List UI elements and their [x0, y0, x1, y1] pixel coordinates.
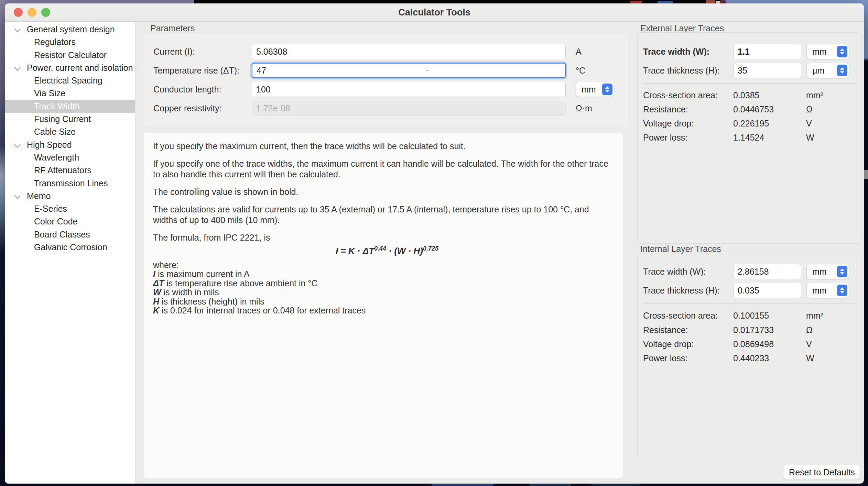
help-paragraph: If you specify one of the trace widths, …: [153, 158, 614, 180]
int-voltage-drop-label: Voltage drop:: [643, 339, 694, 349]
parameters-section-title: Parameters: [150, 23, 195, 33]
int-trace-width-input[interactable]: [733, 264, 801, 279]
int-cross-section-unit: mm²: [806, 310, 823, 321]
ext-voltage-drop-unit: V: [806, 118, 812, 129]
sidebar-item-cable-size[interactable]: Cable Size: [5, 125, 135, 138]
external-traces-title: External Layer Traces: [640, 23, 724, 33]
sidebar-item-regulators[interactable]: Regulators: [5, 36, 135, 48]
int-resistance-unit: Ω: [806, 325, 813, 335]
sidebar-item-track-width[interactable]: Track Width: [5, 100, 135, 113]
close-button[interactable]: [14, 8, 23, 17]
sidebar-item-general-system-design[interactable]: General system design: [5, 23, 135, 36]
int-trace-width-unit-select[interactable]: mm: [806, 264, 849, 279]
help-paragraph: The formula, from IPC 2221, is: [153, 232, 614, 243]
stepper-icon[interactable]: [837, 285, 847, 296]
conductor-length-input[interactable]: [252, 82, 566, 97]
ext-resistance-unit: Ω: [806, 104, 813, 114]
legend-line: H is thickness (height) in mils: [153, 297, 614, 306]
sidebar-item-memo[interactable]: Memo: [5, 190, 135, 202]
minimize-button[interactable]: [28, 8, 36, 17]
ext-cross-section-unit: mm²: [806, 90, 823, 100]
temperature-rise-input[interactable]: [252, 63, 566, 78]
stepper-icon[interactable]: [837, 65, 847, 76]
ext-cross-section-label: Cross-section area:: [643, 90, 718, 100]
sidebar-item-fusing-current[interactable]: Fusing Current: [5, 113, 135, 125]
calculator-tree-sidebar: General system design Regulators Resisto…: [5, 22, 135, 484]
ext-power-loss-label: Power loss:: [643, 132, 687, 143]
sidebar-item-electrical-spacing[interactable]: Electrical Spacing: [5, 74, 135, 87]
int-cross-section-label: Cross-section area:: [643, 310, 718, 321]
divider: [643, 83, 856, 84]
chevron-down-icon[interactable]: [14, 64, 20, 70]
ext-power-loss-value: 1.14524: [733, 132, 764, 143]
chevron-down-icon[interactable]: [14, 26, 20, 32]
desktop-right-notch: [863, 170, 868, 179]
formula-legend: where: I is maximum current in A ΔT is t…: [153, 261, 614, 315]
int-power-loss-value: 0.440233: [733, 353, 769, 363]
ext-resistance-label: Resistance:: [643, 104, 688, 114]
sidebar-item-via-size[interactable]: Via Size: [5, 87, 135, 100]
ext-trace-thickness-unit-select[interactable]: μm: [806, 63, 849, 78]
title-bar[interactable]: Calculator Tools: [5, 3, 864, 22]
window-title: Calculator Tools: [5, 3, 864, 21]
chevron-down-icon[interactable]: [14, 141, 20, 147]
sidebar-item-galvanic-corrosion[interactable]: Galvanic Corrosion: [5, 241, 135, 254]
sidebar-item-high-speed[interactable]: High Speed: [5, 139, 135, 151]
int-trace-thickness-label: Trace thickness (H):: [643, 283, 720, 298]
int-power-loss-label: Power loss:: [643, 353, 687, 363]
ext-trace-width-label: Trace width (W):: [643, 44, 709, 59]
zoom-button[interactable]: [41, 8, 50, 17]
sidebar-item-wavelength[interactable]: Wavelength: [5, 151, 135, 164]
mouse-cursor-dot: [426, 70, 428, 71]
ext-voltage-drop-value: 0.226195: [733, 118, 769, 129]
help-text-panel: If you specify the maximum current, then…: [144, 133, 623, 478]
int-cross-section-value: 0.100155: [733, 310, 769, 321]
copper-resistivity-input: [252, 101, 566, 116]
legend-line: I is maximum current in A: [153, 269, 614, 279]
divider: [643, 303, 856, 303]
desktop-blob: [432, 484, 493, 486]
temperature-rise-label: Temperature rise (ΔT):: [153, 63, 239, 78]
conductor-length-unit-select[interactable]: mm: [576, 82, 614, 97]
stepper-icon[interactable]: [602, 84, 612, 95]
sidebar-item-resistor-calculator[interactable]: Resistor Calculator: [5, 49, 135, 62]
int-voltage-drop-value: 0.0869498: [733, 339, 774, 349]
sidebar-item-e-series[interactable]: E-Series: [5, 202, 135, 215]
help-paragraph: If you specify the maximum current, then…: [153, 141, 614, 152]
legend-line: K is 0.024 for internal traces or 0.048 …: [153, 306, 614, 315]
help-paragraph: The controlling value is shown in bold.: [153, 187, 614, 197]
ext-trace-thickness-input[interactable]: [733, 63, 801, 78]
ext-power-loss-unit: W: [806, 132, 814, 143]
current-input[interactable]: [252, 44, 566, 59]
stepper-icon[interactable]: [837, 46, 847, 57]
sidebar-item-color-code[interactable]: Color Code: [5, 215, 135, 228]
sidebar-item-board-classes[interactable]: Board Classes: [5, 228, 135, 241]
int-trace-thickness-unit-select[interactable]: mm: [806, 283, 849, 298]
int-resistance-value: 0.0171733: [733, 325, 774, 335]
reset-to-defaults-button[interactable]: Reset to Defaults: [783, 465, 861, 480]
current-label: Current (I):: [153, 44, 195, 59]
sidebar-item-rf-attenuators[interactable]: RF Attenuators: [5, 164, 135, 177]
calculator-tools-window: Calculator Tools General system design R…: [5, 3, 864, 484]
desktop-right-strip: [863, 0, 868, 486]
temperature-rise-unit: °C: [576, 63, 585, 78]
ipc2221-formula: I = K · ΔT0.44 · (W · H)0.725: [336, 245, 614, 256]
sidebar-item-power-current-isolation[interactable]: Power, current and isolation: [5, 62, 135, 74]
copper-resistivity-unit: Ω·m: [576, 101, 592, 116]
sidebar-item-transmission-lines[interactable]: Transmission Lines: [5, 177, 135, 190]
chevron-down-icon[interactable]: [14, 192, 20, 199]
desktop-blob: [530, 484, 571, 486]
ext-voltage-drop-label: Voltage drop:: [643, 118, 694, 129]
legend-line: W is width in mils: [153, 288, 614, 297]
int-trace-width-label: Trace width (W):: [643, 264, 706, 279]
int-trace-thickness-input[interactable]: [733, 283, 801, 298]
ext-trace-width-input[interactable]: [733, 44, 801, 59]
copper-resistivity-label: Copper resistivity:: [153, 101, 222, 116]
stepper-icon[interactable]: [837, 266, 847, 277]
ext-trace-thickness-label: Trace thickness (H):: [643, 63, 720, 78]
help-paragraph: The calculations are valid for currents …: [153, 204, 614, 225]
legend-line: ΔT is temperature rise above ambient in …: [153, 279, 614, 288]
ext-trace-width-unit-select[interactable]: mm: [806, 44, 849, 59]
current-unit: A: [576, 44, 582, 59]
int-voltage-drop-unit: V: [806, 339, 812, 349]
